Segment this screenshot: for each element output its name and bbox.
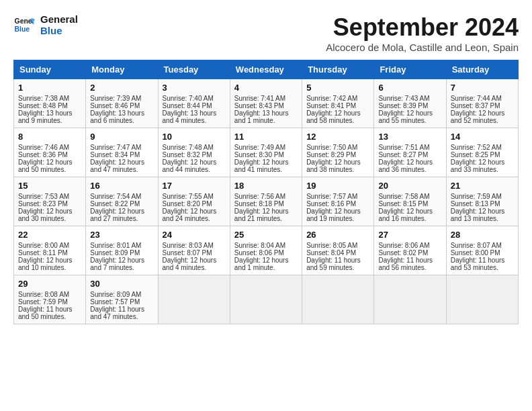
day-info-line: Sunset: 8:16 PM — [306, 200, 369, 208]
day-number: 17 — [163, 181, 226, 191]
col-header-sunday: Sunday — [14, 60, 86, 79]
day-info-line: Sunset: 8:20 PM — [163, 200, 226, 208]
day-info-line: Sunrise: 7:44 AM — [451, 95, 514, 102]
day-info-line: Sunrise: 8:08 AM — [18, 291, 81, 298]
day-info-line: and 52 minutes. — [451, 117, 514, 124]
day-info-line: Sunrise: 7:38 AM — [18, 95, 81, 102]
logo-icon: General Blue — [13, 14, 35, 36]
day-info-line: Daylight: 11 hours — [451, 257, 514, 264]
day-number: 15 — [18, 181, 81, 191]
day-number: 29 — [18, 279, 81, 289]
calendar-cell: 25Sunrise: 8:04 AMSunset: 8:06 PMDayligh… — [230, 226, 302, 275]
day-info-line: and 27 minutes. — [90, 215, 153, 222]
day-info-line: Sunrise: 7:40 AM — [163, 95, 226, 102]
day-info-line: Sunrise: 7:48 AM — [163, 144, 226, 151]
day-info-line: Sunset: 8:32 PM — [163, 151, 226, 158]
day-info-line: Sunset: 7:59 PM — [18, 298, 81, 306]
day-info-line: Sunset: 8:09 PM — [90, 249, 153, 257]
day-info-line: Sunrise: 8:01 AM — [90, 242, 153, 249]
day-info-line: and 1 minute. — [234, 264, 298, 271]
day-info-line: Sunset: 8:41 PM — [306, 102, 369, 109]
calendar-cell: 11Sunrise: 7:49 AMSunset: 8:30 PMDayligh… — [230, 128, 302, 177]
day-info-line: Daylight: 12 hours — [378, 109, 441, 117]
day-info-line: Daylight: 12 hours — [306, 109, 369, 117]
day-number: 3 — [163, 83, 226, 93]
day-number: 7 — [451, 83, 514, 93]
day-number: 20 — [378, 181, 441, 191]
day-info-line: Daylight: 12 hours — [451, 109, 514, 117]
day-info-line: Sunrise: 7:46 AM — [18, 144, 81, 151]
day-info-line: Daylight: 12 hours — [306, 208, 369, 215]
calendar-cell: 28Sunrise: 8:07 AMSunset: 8:00 PMDayligh… — [446, 226, 518, 275]
calendar-cell — [158, 275, 230, 324]
day-info-line: Daylight: 11 hours — [90, 306, 153, 313]
calendar-cell: 6Sunrise: 7:43 AMSunset: 8:39 PMDaylight… — [374, 79, 446, 128]
day-number: 14 — [451, 132, 514, 142]
day-info-line: Daylight: 12 hours — [234, 158, 298, 166]
day-info-line: and 53 minutes. — [451, 264, 514, 271]
day-info-line: Daylight: 12 hours — [451, 208, 514, 215]
calendar-cell: 8Sunrise: 7:46 AMSunset: 8:36 PMDaylight… — [14, 128, 86, 177]
day-info-line: Sunrise: 7:47 AM — [90, 144, 153, 151]
day-info-line: Sunset: 8:30 PM — [234, 151, 298, 158]
day-info-line: Sunset: 8:02 PM — [378, 249, 441, 257]
calendar-cell: 7Sunrise: 7:44 AMSunset: 8:37 PMDaylight… — [446, 79, 518, 128]
col-header-friday: Friday — [374, 60, 446, 79]
month-title: September 2024 — [326, 13, 519, 42]
day-number: 6 — [378, 83, 441, 93]
day-info-line: Daylight: 12 hours — [18, 158, 81, 166]
calendar-cell: 26Sunrise: 8:05 AMSunset: 8:04 PMDayligh… — [302, 226, 374, 275]
day-info-line: Daylight: 12 hours — [234, 208, 298, 215]
day-info-line: and 59 minutes. — [306, 264, 369, 271]
day-info-line: Daylight: 13 hours — [234, 109, 298, 117]
week-row-1: 1Sunrise: 7:38 AMSunset: 8:48 PMDaylight… — [14, 79, 519, 128]
calendar-cell: 16Sunrise: 7:54 AMSunset: 8:22 PMDayligh… — [86, 177, 158, 226]
day-info-line: Daylight: 12 hours — [163, 158, 226, 166]
week-row-5: 29Sunrise: 8:08 AMSunset: 7:59 PMDayligh… — [14, 275, 519, 324]
day-info-line: and 9 minutes. — [18, 117, 81, 124]
calendar-cell: 12Sunrise: 7:50 AMSunset: 8:29 PMDayligh… — [302, 128, 374, 177]
day-number: 21 — [451, 181, 514, 191]
day-number: 28 — [451, 230, 514, 240]
day-info-line: Sunrise: 7:58 AM — [378, 193, 441, 200]
day-info-line: Sunrise: 7:55 AM — [163, 193, 226, 200]
day-info-line: and 33 minutes. — [451, 166, 514, 173]
logo-line1: General — [40, 13, 78, 25]
day-info-line: Sunrise: 8:03 AM — [163, 242, 226, 249]
day-info-line: Sunset: 8:34 PM — [90, 151, 153, 158]
calendar-cell: 1Sunrise: 7:38 AMSunset: 8:48 PMDaylight… — [14, 79, 86, 128]
day-info-line: and 21 minutes. — [234, 215, 298, 222]
day-info-line: Daylight: 12 hours — [163, 208, 226, 215]
calendar-cell — [374, 275, 446, 324]
day-info-line: and 30 minutes. — [18, 215, 81, 222]
svg-text:Blue: Blue — [15, 26, 30, 33]
day-info-line: Daylight: 13 hours — [90, 109, 153, 117]
col-header-thursday: Thursday — [302, 60, 374, 79]
day-number: 19 — [306, 181, 369, 191]
calendar-cell: 23Sunrise: 8:01 AMSunset: 8:09 PMDayligh… — [86, 226, 158, 275]
day-number: 18 — [234, 181, 298, 191]
col-header-tuesday: Tuesday — [158, 60, 230, 79]
day-info-line: and 24 minutes. — [163, 215, 226, 222]
day-info-line: Sunrise: 7:59 AM — [451, 193, 514, 200]
day-info-line: and 1 minute. — [234, 117, 298, 124]
day-info-line: Sunrise: 7:49 AM — [234, 144, 298, 151]
day-info-line: Daylight: 12 hours — [90, 257, 153, 264]
day-number: 5 — [306, 83, 369, 93]
title-area: September 2024 Alcocero de Mola, Castill… — [326, 13, 519, 53]
day-info-line: and 19 minutes. — [306, 215, 369, 222]
day-info-line: and 10 minutes. — [18, 264, 81, 271]
day-number: 30 — [90, 279, 153, 289]
day-info-line: Daylight: 12 hours — [18, 257, 81, 264]
day-info-line: Sunset: 8:22 PM — [90, 200, 153, 208]
day-info-line: Sunset: 8:29 PM — [306, 151, 369, 158]
day-info-line: Sunrise: 8:07 AM — [451, 242, 514, 249]
day-info-line: Sunrise: 7:39 AM — [90, 95, 153, 102]
day-info-line: Sunrise: 8:05 AM — [306, 242, 369, 249]
day-info-line: Daylight: 11 hours — [378, 257, 441, 264]
day-info-line: Sunset: 8:23 PM — [18, 200, 81, 208]
day-number: 2 — [90, 83, 153, 93]
day-number: 25 — [234, 230, 298, 240]
day-number: 1 — [18, 83, 81, 93]
day-info-line: Daylight: 12 hours — [378, 158, 441, 166]
